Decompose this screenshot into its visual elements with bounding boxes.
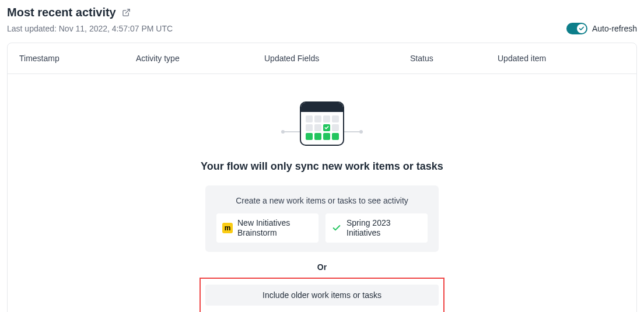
or-separator: Or — [317, 262, 327, 272]
empty-state: Your flow will only sync new work items … — [8, 73, 636, 312]
col-status: Status — [410, 54, 498, 63]
external-link-icon[interactable] — [122, 8, 131, 17]
auto-refresh-toggle[interactable] — [566, 23, 587, 34]
hint-box: Create a new work items or tasks to see … — [205, 185, 439, 252]
hint-text: Create a new work items or tasks to see … — [216, 196, 428, 205]
work-item-card[interactable]: Spring 2023 Initiatives — [326, 213, 428, 243]
col-updated-item: Updated item — [498, 54, 625, 63]
table-header: Timestamp Activity type Updated Fields S… — [8, 43, 636, 73]
work-item-label: New Initiatives Brainstorm — [237, 218, 313, 238]
empty-state-title: Your flow will only sync new work items … — [201, 160, 443, 173]
svg-line-0 — [125, 9, 130, 13]
calendar-check-icon — [323, 124, 330, 131]
work-item-label: Spring 2023 Initiatives — [346, 218, 422, 238]
activity-card: Timestamp Activity type Updated Fields S… — [7, 43, 637, 312]
auto-refresh-label: Auto-refresh — [592, 24, 637, 33]
last-updated-text: Last updated: Nov 11, 2022, 4:57:07 PM U… — [7, 24, 173, 33]
miro-icon: m — [222, 223, 233, 233]
highlighted-action-area: Include older work items or tasks — [200, 278, 444, 312]
col-activity-type: Activity type — [136, 54, 264, 63]
page-title: Most recent activity — [7, 6, 116, 19]
col-timestamp: Timestamp — [19, 54, 136, 63]
col-updated-fields: Updated Fields — [264, 54, 410, 63]
check-icon — [331, 223, 342, 233]
include-older-button[interactable]: Include older work items or tasks — [205, 285, 439, 306]
work-item-card[interactable]: m New Initiatives Brainstorm — [216, 213, 318, 243]
calendar-illustration — [281, 97, 363, 150]
